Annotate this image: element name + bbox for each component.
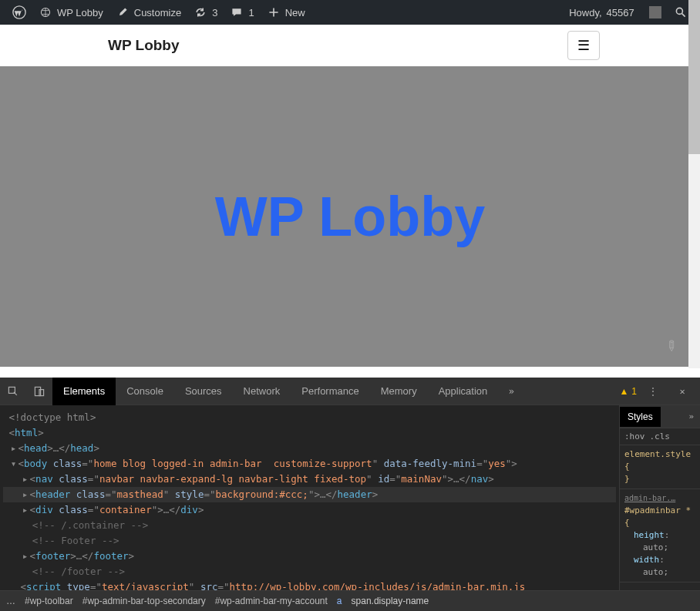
updates-menu[interactable]: 3 (187, 0, 224, 25)
styles-more-button[interactable]: » (682, 411, 700, 421)
site-header: WP Lobby ☰ (0, 25, 700, 66)
tab-styles[interactable]: Styles (620, 407, 661, 427)
svg-rect-5 (39, 389, 44, 395)
devtools-panel: Elements Console Sources Network Perform… (0, 378, 700, 611)
dom-breadcrumb[interactable]: … #wp-toolbar #wp-admin-bar-top-secondar… (0, 590, 700, 611)
tab-console[interactable]: Console (116, 378, 174, 405)
site-name-menu[interactable]: WP Lobby (32, 0, 109, 25)
devtools-body: <!doctype html> <html> ▸<head>…</head> ▾… (0, 405, 700, 590)
bc-item[interactable]: a (337, 596, 342, 606)
tab-memory[interactable]: Memory (370, 378, 428, 405)
comment-icon (230, 5, 244, 19)
site-name-label: WP Lobby (57, 7, 103, 18)
warning-icon: ▲ (619, 386, 628, 397)
bc-more[interactable]: … (6, 596, 15, 606)
tab-network[interactable]: Network (233, 378, 291, 405)
styles-pane: Styles » :hov .cls element.style { } adm… (619, 405, 700, 590)
updates-count: 3 (212, 7, 217, 18)
brush-icon (116, 5, 130, 19)
scrollbar-thumb[interactable] (688, 0, 700, 154)
wp-logo-menu[interactable] (6, 0, 32, 25)
tab-elements[interactable]: Elements (52, 378, 116, 405)
plus-icon (267, 5, 281, 19)
site-title[interactable]: WP Lobby (108, 37, 180, 54)
devtools-menu-button[interactable]: ⋮ (640, 378, 666, 405)
bc-item[interactable]: #wp-toolbar (25, 596, 73, 606)
admin-bar-left: WP Lobby Customize 3 1 New (6, 0, 311, 25)
hero-title: WP Lobby (215, 185, 486, 248)
inspect-element-button[interactable] (0, 378, 26, 405)
page-scrollbar[interactable] (688, 0, 700, 368)
customize-menu[interactable]: Customize (109, 0, 187, 25)
customize-label: Customize (134, 7, 181, 18)
tab-sources[interactable]: Sources (174, 378, 233, 405)
comments-menu[interactable]: 1 (224, 0, 260, 25)
search-icon (674, 5, 688, 19)
warnings-indicator[interactable]: ▲1 (619, 386, 637, 397)
refresh-icon (194, 5, 207, 19)
tab-application[interactable]: Application (428, 378, 499, 405)
bc-item[interactable]: #wp-admin-bar-my-account (215, 596, 328, 606)
style-rule-adminbar[interactable]: admin-bar.… #wpadminbar * { height: auto… (620, 489, 700, 582)
dom-tree[interactable]: <!doctype html> <html> ▸<head>…</head> ▾… (0, 405, 619, 590)
comments-count: 1 (248, 7, 254, 18)
cls-toggle[interactable]: .cls (650, 431, 671, 441)
username-label: 45567 (607, 7, 634, 18)
bc-item[interactable]: #wp-admin-bar-top-secondary (82, 596, 206, 606)
tab-performance[interactable]: Performance (291, 378, 369, 405)
hov-toggle[interactable]: :hov (624, 431, 645, 441)
warning-count: 1 (631, 386, 637, 397)
styles-toolbar: :hov .cls (620, 428, 700, 445)
wordpress-icon (12, 5, 26, 19)
styles-tabs: Styles » (620, 405, 700, 428)
bc-item[interactable]: span.display-name (352, 596, 429, 606)
device-toolbar-button[interactable] (26, 378, 52, 405)
new-content-menu[interactable]: New (261, 0, 311, 25)
devtools-tabbar: Elements Console Sources Network Perform… (0, 378, 700, 405)
admin-bar-right: Howdy, 45567 (563, 0, 694, 25)
more-tabs-button[interactable]: » (498, 378, 524, 405)
avatar-icon (649, 6, 661, 18)
wp-admin-bar: WP Lobby Customize 3 1 New Howdy, 45567 (0, 0, 700, 25)
howdy-prefix: Howdy, (569, 7, 601, 18)
edit-pencil-icon[interactable]: ✎ (661, 336, 681, 356)
svg-point-2 (676, 8, 682, 14)
hero-section: WP Lobby ✎ (0, 66, 700, 367)
nav-toggle-button[interactable]: ☰ (567, 31, 600, 60)
devtools-close-button[interactable]: ✕ (669, 378, 695, 405)
home-icon (39, 5, 52, 19)
hamburger-icon: ☰ (577, 37, 590, 54)
style-rule-element[interactable]: element.style { } (620, 445, 700, 489)
my-account-menu[interactable]: Howdy, 45567 (563, 0, 668, 25)
new-label: New (285, 7, 305, 18)
